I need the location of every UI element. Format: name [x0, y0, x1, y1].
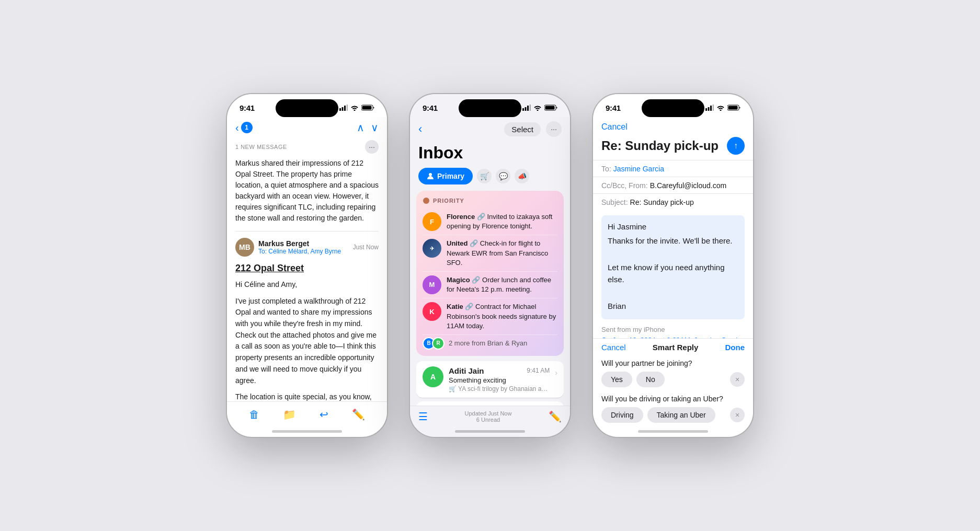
nav-arrows: ∧ ∨ — [357, 121, 379, 134]
phone-3-content: Cancel Re: Sunday pick-up ↑ To: Jasmine … — [593, 117, 753, 437]
svg-rect-3 — [347, 105, 348, 111]
mini-avatars: B R — [423, 337, 445, 350]
wifi-icon-2 — [533, 105, 542, 111]
dynamic-island-2 — [459, 99, 521, 117]
dismiss-q1[interactable]: × — [730, 372, 745, 387]
inbox-nav-actions: Select ··· — [504, 121, 562, 137]
phone-1-screen: 9:41 ‹ 1 ∧ ∨ — [227, 94, 387, 437]
opt-no[interactable]: No — [636, 372, 665, 387]
email-body-2: The location is quite special, as you kn… — [235, 391, 379, 401]
inbox-nav: ‹ Select ··· — [410, 117, 570, 141]
opt-yes[interactable]: Yes — [601, 372, 632, 387]
priority-icon — [423, 197, 430, 204]
tab-shopping[interactable]: 🛒 — [477, 169, 492, 183]
to-field[interactable]: To: Jasmine Garcia — [593, 160, 753, 177]
more-button[interactable]: ··· — [365, 140, 379, 154]
up-arrow-icon[interactable]: ∧ — [357, 121, 364, 134]
priority-item-magico[interactable]: M Magico 🔗 Order lunch and coffee for Ne… — [423, 272, 557, 298]
compose-body[interactable]: Hi Jasmine Thanks for the invite. We'll … — [593, 210, 753, 338]
compose-cancel-button[interactable]: Cancel — [601, 122, 628, 132]
message-preview: Markus shared their impressions of 212 O… — [235, 158, 379, 232]
status-bar-1: 9:41 — [227, 94, 387, 117]
sender-name: Markus Berget — [258, 239, 341, 248]
email-item-guillermo[interactable]: G Guillermo Castillo 8:58 AM Check-in 🛒 … — [416, 401, 564, 406]
battery-icon-3 — [727, 105, 740, 111]
footer-status: Updated Just Now — [465, 410, 512, 417]
inbox-body: PRIORITY F Florence 🔗 Invited to izakaya… — [410, 191, 570, 406]
trash-icon[interactable]: 🗑 — [249, 409, 259, 421]
nav-badge: 1 — [241, 122, 253, 133]
svg-point-12 — [429, 173, 432, 176]
select-button[interactable]: Select — [504, 122, 541, 136]
inbox-back-icon[interactable]: ‹ — [418, 122, 422, 136]
signal-icon-3 — [705, 105, 714, 111]
tab-primary-label: Primary — [437, 172, 464, 180]
dismiss-q2[interactable]: × — [730, 408, 745, 422]
inbox-tabs: Primary 🛒 💬 📣 — [410, 168, 570, 191]
opt-driving[interactable]: Driving — [601, 407, 643, 423]
email-item-aditi[interactable]: A Aditi Jain 9:41 AM Something exciting … — [416, 361, 564, 398]
tab-primary[interactable]: Primary — [418, 168, 473, 184]
sender-info: MB Markus Berget To: Céline Mélard, Amy … — [235, 238, 341, 257]
priority-text-united: United 🔗 Check-in for flight to Newark E… — [447, 239, 557, 268]
priority-item-united[interactable]: ✈ United 🔗 Check-in for flight to Newark… — [423, 235, 557, 272]
footer-left-icon[interactable]: ☰ — [418, 410, 428, 423]
phone-2-screen: 9:41 ‹ Select ··· Inbox — [410, 94, 570, 437]
priority-item-florence[interactable]: F Florence 🔗 Invited to izakaya soft ope… — [423, 209, 557, 235]
footer-center: Updated Just Now 6 Unread — [465, 410, 512, 423]
svg-rect-11 — [545, 106, 555, 110]
phone-2: 9:41 ‹ Select ··· Inbox — [409, 93, 571, 438]
home-indicator-2 — [455, 430, 525, 433]
cc-field[interactable]: Cc/Bcc, From: B.Careyful@icloud.com — [593, 177, 753, 193]
email-time-aditi: 9:41 AM — [527, 367, 550, 374]
smart-cancel-button[interactable]: Cancel — [601, 343, 626, 352]
more-from-row[interactable]: B R 2 more from Brian & Ryan — [423, 335, 557, 350]
avatar-aditi: A — [423, 366, 443, 387]
subject-field[interactable]: Subject: Re: Sunday pick-up — [593, 193, 753, 210]
svg-rect-14 — [705, 108, 707, 111]
send-button[interactable]: ↑ — [727, 137, 745, 155]
cc-label: Cc/Bcc, From: — [601, 181, 648, 190]
smart-options-1: Yes No × — [593, 370, 753, 391]
footer-unread: 6 Unread — [465, 417, 512, 423]
tab-chat[interactable]: 💬 — [496, 169, 510, 183]
svg-rect-5 — [362, 106, 372, 110]
status-bar-3: 9:41 — [593, 94, 753, 117]
folder-icon[interactable]: 📁 — [283, 408, 296, 421]
smart-done-button[interactable]: Done — [725, 343, 745, 352]
reply-icon[interactable]: ↩ — [320, 408, 328, 421]
battery-icon-1 — [361, 105, 374, 111]
email-body: Markus shared their impressions of 212 O… — [227, 158, 387, 401]
back-button[interactable]: ‹ 1 — [235, 122, 253, 134]
email-greeting: Hi Céline and Amy, — [235, 279, 379, 291]
opt-uber[interactable]: Taking an Uber — [647, 407, 715, 423]
to-value: Jasmine Garcia — [613, 165, 664, 173]
compose-sign: Brian — [608, 300, 738, 312]
priority-text-florence: Florence 🔗 Invited to izakaya soft openi… — [447, 212, 557, 231]
priority-avatar-katie: K — [423, 302, 441, 321]
sender-to: To: Céline Mélard, Amy Byrne — [258, 248, 341, 255]
wifi-icon-3 — [716, 105, 725, 111]
mini-avatar-ryan: R — [432, 337, 445, 350]
inbox-more-button[interactable]: ··· — [546, 121, 562, 137]
priority-item-katie[interactable]: K Katie 🔗 Contract for Michael Robinson'… — [423, 298, 557, 335]
more-from-label: 2 more from Brian & Ryan — [449, 339, 527, 347]
svg-rect-2 — [344, 106, 346, 111]
smart-question-1: Will your partner be joining? — [593, 356, 753, 370]
send-time: Just Now — [353, 244, 379, 251]
phone-1: 9:41 ‹ 1 ∧ ∨ — [226, 93, 388, 438]
email-name-aditi: Aditi Jain — [449, 366, 484, 375]
down-arrow-icon[interactable]: ∨ — [371, 121, 379, 134]
dynamic-island-1 — [276, 99, 338, 117]
subject-field-value: Re: Sunday pick-up — [630, 198, 694, 206]
compose-icon[interactable]: ✏️ — [352, 408, 365, 421]
status-icons-1 — [339, 105, 374, 111]
status-time-2: 9:41 — [423, 103, 438, 112]
sender-avatar: MB — [235, 238, 254, 257]
tab-promo[interactable]: 📣 — [515, 169, 529, 183]
quoted-text: Hi Jasmine Thanks for the invite. We'll … — [601, 215, 745, 319]
signal-icon-1 — [339, 105, 348, 111]
svg-rect-8 — [527, 106, 529, 111]
compose-new-icon[interactable]: ✏️ — [549, 410, 562, 423]
compose-reply1: Thanks for the invite. We'll be there. — [608, 235, 738, 247]
